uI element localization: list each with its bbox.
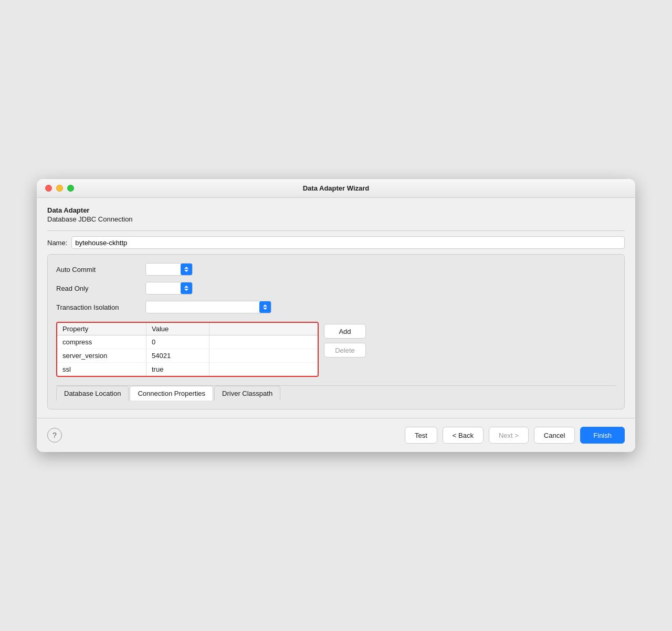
- properties-table: Property Value compress 0 server_version…: [56, 322, 319, 377]
- transaction-isolation-label: Transaction Isolation: [56, 303, 140, 311]
- traffic-lights: [45, 185, 74, 192]
- transaction-isolation-row: Transaction Isolation: [56, 301, 616, 313]
- property-cell: compress: [57, 335, 146, 349]
- help-button[interactable]: ?: [47, 428, 62, 443]
- section-subtitle: Database JDBC Connection: [47, 215, 625, 223]
- spinner-up-icon: [184, 286, 188, 288]
- footer: ? Test < Back Next > Cancel Finish: [37, 418, 635, 452]
- add-button[interactable]: Add: [324, 324, 366, 339]
- section-title: Data Adapter: [47, 206, 625, 214]
- delete-button[interactable]: Delete: [324, 343, 366, 357]
- transaction-isolation-dropdown[interactable]: [146, 301, 271, 313]
- property-cell: server_version: [57, 349, 146, 362]
- cancel-button[interactable]: Cancel: [534, 427, 575, 444]
- name-input[interactable]: [71, 236, 625, 249]
- main-panel: Auto Commit Read Only: [47, 254, 625, 409]
- spinner-down-icon: [184, 289, 188, 291]
- spinner-up-icon: [263, 304, 267, 307]
- auto-commit-row: Auto Commit: [56, 263, 616, 276]
- auto-commit-label: Auto Commit: [56, 266, 140, 274]
- table-row[interactable]: compress 0: [57, 335, 318, 349]
- action-buttons: Add Delete: [324, 322, 366, 377]
- value-cell: 54021: [146, 349, 209, 362]
- spinner-down-icon: [263, 308, 267, 310]
- name-label: Name:: [47, 239, 67, 247]
- window-title: Data Adapter Wizard: [303, 184, 370, 192]
- back-button[interactable]: < Back: [443, 427, 484, 444]
- tab-connection-properties[interactable]: Connection Properties: [130, 386, 213, 401]
- next-button[interactable]: Next >: [489, 427, 529, 444]
- tab-database-location[interactable]: Database Location: [56, 386, 129, 401]
- tab-driver-classpath[interactable]: Driver Classpath: [214, 386, 280, 401]
- table-body: compress 0 server_version 54021 ssl true: [57, 335, 318, 376]
- table-row[interactable]: server_version 54021: [57, 349, 318, 363]
- finish-button[interactable]: Finish: [580, 427, 625, 444]
- read-only-label: Read Only: [56, 285, 140, 292]
- transaction-isolation-spinner[interactable]: [259, 301, 271, 313]
- auto-commit-spinner[interactable]: [181, 264, 192, 275]
- extra-cell: [209, 349, 318, 362]
- read-only-row: Read Only: [56, 282, 616, 295]
- spinner-up-icon: [184, 267, 188, 269]
- value-cell: 0: [146, 335, 209, 349]
- maximize-button[interactable]: [67, 185, 74, 192]
- tabs-bar: Database LocationConnection PropertiesDr…: [56, 385, 616, 401]
- transaction-isolation-select[interactable]: [145, 301, 271, 313]
- value-cell: true: [146, 363, 209, 376]
- minimize-button[interactable]: [56, 185, 63, 192]
- extra-column-header: [209, 323, 318, 335]
- content-area: Data Adapter Database JDBC Connection Na…: [37, 198, 635, 418]
- read-only-spinner[interactable]: [181, 282, 192, 294]
- header-divider: [47, 230, 625, 231]
- name-row: Name:: [47, 236, 625, 249]
- property-cell: ssl: [57, 363, 146, 376]
- close-button[interactable]: [45, 185, 52, 192]
- value-column-header: Value: [146, 323, 209, 335]
- table-area: Property Value compress 0 server_version…: [56, 322, 616, 377]
- table-row[interactable]: ssl true: [57, 363, 318, 376]
- spinner-down-icon: [184, 270, 188, 272]
- table-header: Property Value: [57, 323, 318, 335]
- section-header: Data Adapter Database JDBC Connection: [47, 206, 625, 223]
- property-column-header: Property: [57, 323, 146, 335]
- read-only-select[interactable]: [145, 282, 193, 295]
- title-bar: Data Adapter Wizard: [37, 179, 635, 198]
- footer-buttons: Test < Back Next > Cancel Finish: [405, 427, 625, 444]
- test-button[interactable]: Test: [405, 427, 437, 444]
- extra-cell: [209, 363, 318, 376]
- extra-cell: [209, 335, 318, 349]
- auto-commit-select[interactable]: [145, 263, 193, 276]
- wizard-window: Data Adapter Wizard Data Adapter Databas…: [37, 179, 635, 452]
